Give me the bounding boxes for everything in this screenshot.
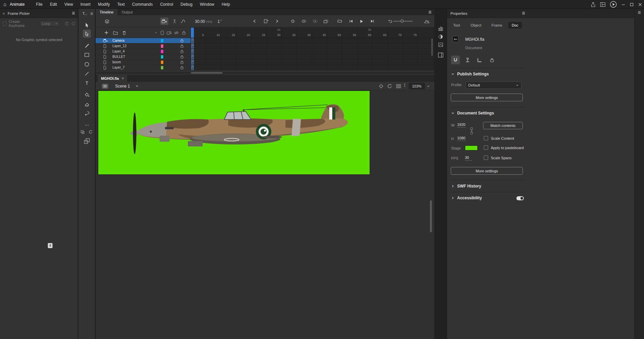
menu-control[interactable]: Control (160, 2, 173, 7)
tab-object[interactable]: Object (467, 22, 485, 29)
scrollbar-thumb[interactable] (191, 72, 223, 74)
lasso-tool[interactable] (83, 109, 91, 117)
layer-row[interactable]: Layer_7 (96, 65, 191, 70)
add-camera-icon[interactable] (166, 29, 172, 36)
zoom-level-select[interactable]: 103% (409, 83, 425, 89)
frames-row[interactable] (191, 49, 435, 54)
layer-color-swatch[interactable] (161, 50, 163, 53)
play-button[interactable] (358, 18, 366, 25)
frames-row[interactable] (191, 38, 435, 43)
test-movie-button[interactable] (610, 1, 617, 8)
new-layer-button[interactable] (103, 29, 110, 36)
more-tools-button[interactable]: ⋯ (83, 121, 91, 129)
layer-row-camera[interactable]: Camera (96, 38, 191, 43)
chevron-down-icon[interactable] (135, 84, 139, 88)
menu-text[interactable]: Text (117, 2, 125, 7)
snap-magnet-button[interactable] (451, 56, 460, 64)
stage-color-swatch[interactable] (465, 145, 478, 150)
tab-timeline[interactable]: Timeline (96, 9, 117, 15)
publish-settings-header[interactable]: Publish Settings (447, 71, 528, 77)
layers-stack-icon[interactable] (103, 18, 111, 25)
layer-row[interactable]: BULLET (96, 54, 191, 60)
align-panel-icon[interactable] (438, 26, 444, 32)
frames-row[interactable] (191, 54, 435, 60)
tab-doc[interactable]: Doc (508, 22, 522, 29)
color-panel-icon[interactable] (438, 34, 444, 40)
insert-keyframe-icon[interactable] (262, 18, 270, 25)
collapse-panel-icon[interactable]: « (3, 11, 5, 15)
menu-help[interactable]: Help (222, 2, 230, 7)
pin-icon[interactable] (65, 22, 69, 26)
stage[interactable] (98, 91, 370, 174)
document-settings-header[interactable]: Document Settings (447, 110, 528, 116)
timeline-vertical-scrollbar[interactable] (431, 38, 433, 56)
step-down-icon[interactable]: ▼ (404, 85, 406, 87)
canvas-vertical-scrollbar[interactable] (430, 200, 432, 232)
frames-row[interactable] (191, 43, 435, 49)
step-forward-icon[interactable] (368, 18, 376, 25)
accessibility-toggle[interactable] (516, 196, 524, 200)
panel-menu-icon[interactable]: ≣ (72, 11, 75, 15)
layer-color-swatch[interactable] (161, 61, 163, 64)
rotate-icon[interactable] (87, 129, 94, 135)
clip-content-icon[interactable] (395, 83, 402, 89)
delete-layer-button[interactable] (121, 29, 128, 36)
menu-view[interactable]: View (64, 2, 73, 7)
minimize-button[interactable] (621, 3, 625, 6)
selection-tool[interactable] (83, 21, 91, 29)
slider-knob[interactable] (401, 20, 404, 23)
fps-display[interactable]: 30.00 FPS (195, 19, 212, 24)
lock-icon[interactable] (180, 55, 183, 59)
step-back-icon[interactable] (347, 18, 355, 25)
layer-color-swatch[interactable] (161, 44, 163, 48)
canvas-pasteboard[interactable] (96, 90, 434, 339)
rectangle-tool[interactable] (83, 51, 91, 59)
previous-keyframe-icon[interactable] (250, 18, 259, 25)
onion-skin-outlines-icon[interactable] (311, 18, 319, 25)
panel-menu-icon[interactable]: ≣ (638, 10, 641, 14)
reset-zoom-icon[interactable] (386, 18, 394, 25)
close-button[interactable] (638, 3, 642, 6)
maximize-button[interactable] (630, 3, 634, 6)
lock-icon[interactable] (180, 39, 183, 42)
create-keyframe-checkbox[interactable] (3, 22, 7, 26)
menu-modify[interactable]: Modify (98, 2, 110, 7)
parenting-column-icon[interactable] (159, 29, 166, 36)
current-frame-display[interactable]: 1 F (217, 19, 222, 24)
lock-icon[interactable] (180, 44, 183, 48)
loop-icon[interactable] (336, 18, 344, 25)
parenting-view-icon[interactable] (170, 18, 178, 25)
lock-icon[interactable] (180, 66, 183, 69)
frame-ruler[interactable]: 1s 2s 5 10 15 20 25 30 35 40 45 50 55 60… (191, 27, 434, 38)
accessibility-header[interactable]: Accessibility (447, 195, 528, 201)
step-up-icon[interactable]: ▲ (404, 83, 406, 85)
layer-row[interactable]: Layer_12 (96, 43, 191, 49)
layer-row[interactable]: Layer_4 (96, 49, 191, 54)
text-tool[interactable]: T (83, 79, 91, 87)
stage-icon[interactable] (102, 83, 108, 89)
onion-skin-dot-icon[interactable] (289, 18, 297, 25)
share-icon[interactable] (591, 2, 596, 7)
tab-output[interactable]: Output (117, 9, 137, 15)
width-input[interactable]: 1920 (457, 123, 466, 128)
scene-breadcrumb[interactable]: Scene 1 (115, 84, 130, 89)
show-hide-all-icon[interactable] (173, 29, 180, 36)
paint-bucket-tool[interactable] (83, 91, 91, 99)
layer-color-swatch[interactable] (161, 39, 163, 42)
timeline-zoom-slider[interactable] (393, 21, 413, 22)
menu-commands[interactable]: Commands (132, 2, 152, 7)
frames-grid[interactable] (191, 38, 434, 70)
home-icon[interactable]: ⌂ (3, 2, 6, 7)
tab-tool[interactable]: Tool (450, 22, 463, 29)
panel-menu-icon[interactable]: ≣ (522, 11, 525, 15)
chevron-down-icon[interactable] (427, 85, 430, 88)
timeline-horizontal-scrollbar[interactable] (96, 72, 434, 74)
scale-spans-checkbox[interactable] (484, 156, 488, 160)
line-tool[interactable] (83, 70, 91, 78)
lock-all-icon[interactable] (180, 29, 187, 36)
document-more-settings-button[interactable]: More settings (451, 167, 523, 175)
snap-to-grid-button[interactable] (475, 56, 484, 64)
edit-multiple-frames-icon[interactable] (322, 18, 330, 25)
playhead[interactable] (191, 28, 194, 38)
graph-editor-icon[interactable] (179, 18, 187, 25)
